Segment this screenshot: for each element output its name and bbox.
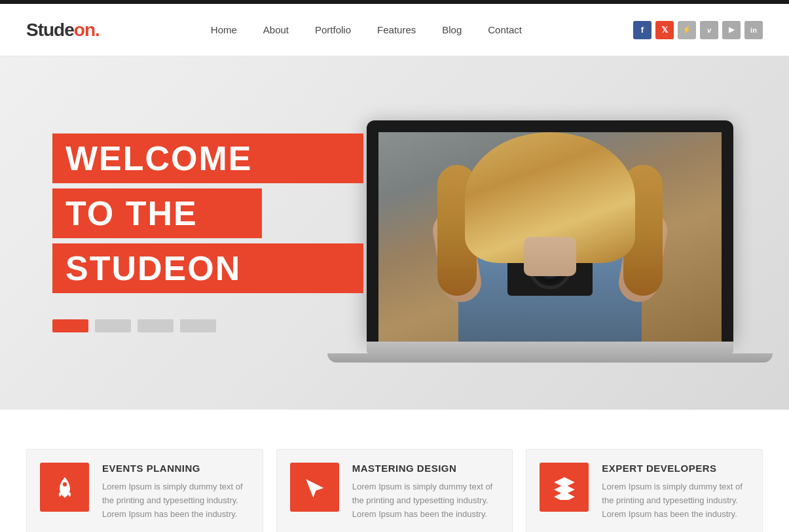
main-nav: Home About Portfolio Features Blog Conta… [211,24,522,35]
social-twitter-icon[interactable]: 𝕏 [655,21,674,39]
hero-section: WELCOME TO THE STUDEON [0,56,789,410]
cursor-icon [302,475,327,500]
feature-desc-events: Lorem Ipsum is simply dummy text of the … [102,480,249,521]
laptop-screen-outer [367,120,733,342]
feature-icon-events [40,463,89,512]
social-vimeo-icon[interactable]: v [700,21,718,39]
laptop-mockup [367,120,733,365]
nav-contact[interactable]: Contact [488,24,522,35]
feature-title-events: EVENTS PLANNING [102,463,249,474]
feature-card-design: MASTERING DESIGN Lorem Ipsum is simply d… [276,449,513,532]
hero-title: WELCOME TO THE STUDEON [52,133,363,293]
feature-desc-design: Lorem Ipsum is simply dummy text of the … [352,480,500,521]
feature-desc-developers: Lorem Ipsum is simply dummy text of the … [602,480,749,521]
hero-line-2: TO THE [52,188,262,238]
hero-left: WELCOME TO THE STUDEON [52,133,363,332]
social-facebook-icon[interactable]: f [633,21,651,39]
feature-content-developers: EXPERT DEVELOPERS Lorem Ipsum is simply … [602,463,749,521]
hero-line-1: WELCOME [52,133,363,183]
social-rss-icon[interactable]: ⚡ [678,21,696,39]
logo-highlight: on [74,20,95,40]
rocket-icon [52,475,77,500]
feature-icon-developers [540,463,589,512]
feature-content-design: MASTERING DESIGN Lorem Ipsum is simply d… [352,463,500,521]
logo[interactable]: Studeon. [26,20,100,41]
hero-dot-4[interactable] [180,319,216,332]
laptop-screen-inner [378,132,722,342]
header: Studeon. Home About Portfolio Features B… [0,4,789,56]
nav-about[interactable]: About [263,24,289,35]
hero-line-3: STUDEON [52,243,363,293]
nav-home[interactable]: Home [211,24,237,35]
feature-title-design: MASTERING DESIGN [352,463,500,474]
social-youtube-icon[interactable]: ▶ [722,21,741,39]
hero-right [363,101,737,365]
social-linkedin-icon[interactable]: in [744,21,763,39]
hero-dot-3[interactable] [138,319,174,332]
logo-dot: . [95,20,100,40]
feature-content-events: EVENTS PLANNING Lorem Ipsum is simply du… [102,463,249,521]
hero-slider-dots [52,319,363,332]
hero-dot-2[interactable] [95,319,131,332]
laptop-base [367,342,733,353]
nav-blog[interactable]: Blog [442,24,462,35]
feature-card-events: EVENTS PLANNING Lorem Ipsum is simply du… [26,449,263,532]
feature-icon-design [290,463,339,512]
feature-title-developers: EXPERT DEVELOPERS [602,463,749,474]
nav-features[interactable]: Features [377,24,416,35]
social-icons: f 𝕏 ⚡ v ▶ in [633,21,763,39]
layers-icon [552,475,577,500]
features-section: EVENTS PLANNING Lorem Ipsum is simply du… [0,410,789,532]
hero-dot-1[interactable] [52,319,88,332]
nav-portfolio[interactable]: Portfolio [315,24,351,35]
feature-card-developers: EXPERT DEVELOPERS Lorem Ipsum is simply … [526,449,763,532]
